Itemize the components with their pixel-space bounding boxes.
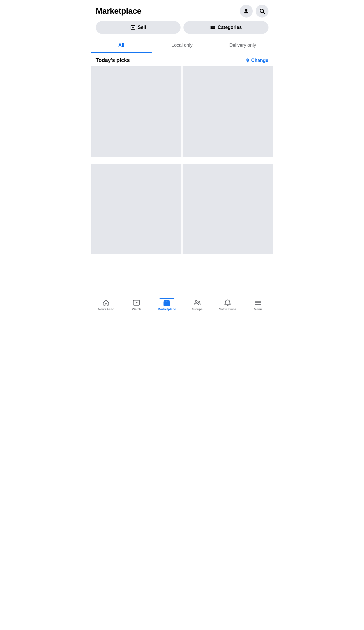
groups-icon: [193, 299, 201, 307]
nav-notifications[interactable]: Notifications: [219, 298, 236, 312]
nav-groups-label: Groups: [192, 307, 202, 311]
svg-point-14: [195, 300, 197, 302]
product-grid-row-2: [91, 164, 273, 255]
nav-news-feed-label: News Feed: [98, 307, 115, 311]
svg-marker-11: [136, 302, 138, 304]
product-grid-row-1: [91, 66, 273, 157]
categories-button[interactable]: Categories: [183, 21, 268, 34]
page-title: Marketplace: [96, 6, 141, 16]
nav-item-marketplace-wrapper: Marketplace: [152, 298, 182, 312]
tabs: All Local only Delivery only: [91, 39, 273, 53]
marketplace-icon: [163, 299, 171, 307]
nav-item-groups-wrapper: Groups: [182, 298, 212, 312]
svg-point-8: [211, 27, 212, 28]
nav-news-feed[interactable]: News Feed: [98, 298, 115, 312]
nav-item-notifications-wrapper: Notifications: [212, 298, 243, 312]
page-header: Marketplace: [91, 0, 273, 21]
product-card-4[interactable]: [183, 164, 273, 255]
product-card-2[interactable]: [183, 66, 273, 157]
sell-button[interactable]: Sell: [96, 21, 181, 34]
nav-menu-label: Menu: [254, 307, 262, 311]
nav-item-menu-wrapper: Menu: [243, 298, 273, 312]
product-card-1[interactable]: [91, 66, 182, 157]
nav-watch-label: Watch: [132, 307, 141, 311]
categories-label: Categories: [218, 25, 242, 30]
sell-label: Sell: [138, 25, 146, 30]
change-label: Change: [251, 58, 268, 63]
svg-line-2: [263, 12, 264, 13]
svg-point-15: [198, 301, 200, 302]
tab-local[interactable]: Local only: [152, 39, 212, 53]
search-button[interactable]: [256, 5, 268, 18]
section-title: Today's picks: [96, 57, 130, 63]
active-tab-indicator: [160, 298, 174, 299]
tab-all[interactable]: All: [91, 39, 152, 53]
nav-item-news-feed-wrapper: News Feed: [91, 298, 122, 312]
home-icon: [102, 299, 110, 307]
nav-marketplace-label: Marketplace: [157, 307, 176, 311]
change-location-button[interactable]: Change: [245, 58, 268, 63]
nav-menu[interactable]: Menu: [254, 298, 262, 312]
svg-point-9: [211, 28, 212, 29]
nav-groups[interactable]: Groups: [192, 298, 202, 312]
bottom-navigation: News Feed Watch Marketplace: [91, 296, 273, 315]
sell-icon: [130, 25, 136, 30]
grid-spacer: [91, 158, 273, 164]
profile-button[interactable]: [240, 5, 253, 18]
section-header: Today's picks Change: [91, 53, 273, 66]
search-icon: [259, 8, 265, 14]
svg-point-7: [211, 26, 212, 27]
nav-notifications-label: Notifications: [219, 307, 236, 311]
header-icons: [240, 5, 268, 18]
nav-marketplace[interactable]: Marketplace: [157, 298, 176, 312]
nav-watch[interactable]: Watch: [132, 298, 141, 312]
bell-icon: [224, 299, 231, 307]
person-icon: [243, 8, 249, 14]
play-icon: [133, 299, 140, 307]
categories-icon: [210, 25, 215, 30]
svg-point-0: [245, 9, 247, 11]
menu-icon: [254, 299, 262, 307]
nav-item-watch-wrapper: Watch: [121, 298, 152, 312]
tab-delivery[interactable]: Delivery only: [212, 39, 273, 53]
location-pin-icon: [245, 58, 250, 63]
product-card-3[interactable]: [91, 164, 182, 255]
action-buttons: Sell Categories: [91, 21, 273, 39]
